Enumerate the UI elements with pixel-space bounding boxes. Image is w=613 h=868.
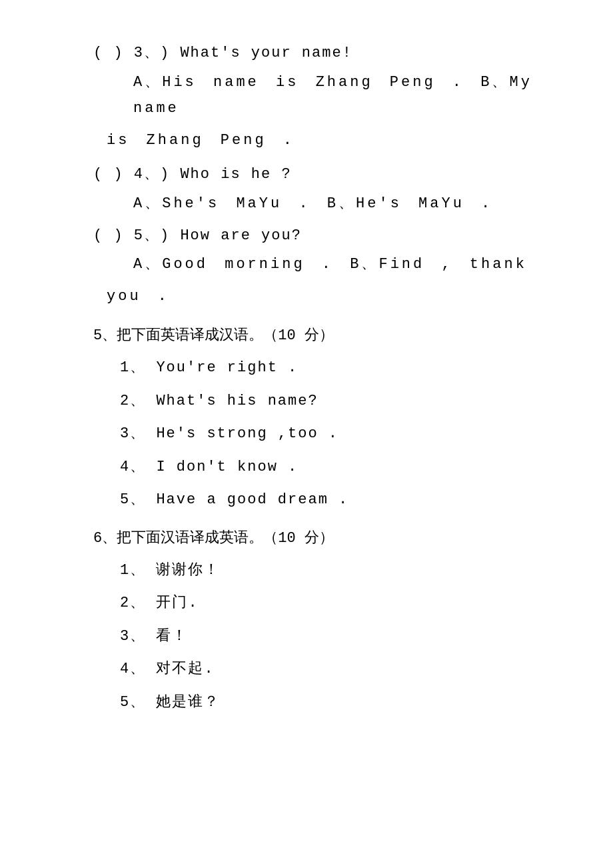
question-3-line: ( ) 3、) What's your name! [93,40,560,67]
question-4-answer-a: A、She's MaYu . B、He's MaYu . [133,191,560,217]
question-5-section: ( ) 5、) How are you? A、Good morning . B、… [93,223,560,310]
section-6-header: 6、把下面汉语译成英语。（10 分） [93,525,560,552]
section-6: 6、把下面汉语译成英语。（10 分） 1、 谢谢你！2、 开门.3、 看！4、 … [93,525,560,716]
question-5-text: ( ) 5、) How are you? [93,223,302,249]
question-4-line: ( ) 4、) Who is he ? [93,161,560,188]
question-3-answer-a-cont: is Zhang Peng . [107,127,560,154]
question-5-answer-a: A、Good morning . B、Find , thank [133,251,560,278]
question-5-line: ( ) 5、) How are you? [93,223,560,249]
section-5-item-4: 4、 I don't know . [120,454,560,481]
section-5-item-2: 2、 What's his name? [120,388,560,415]
question-3-section: ( ) 3、) What's your name! A、His name is … [93,40,560,153]
section-5-item-3: 3、 He's strong ,too . [120,421,560,447]
section-6-item-2: 2、 开门. [120,590,560,617]
question-5-answer-a-text: A、Good morning . B、Find , thank [133,251,527,278]
section-6-items: 1、 谢谢你！2、 开门.3、 看！4、 对不起.5、 她是谁？ [93,557,560,716]
question-4-section: ( ) 4、) Who is he ? A、She's MaYu . B、He'… [93,161,560,217]
section-6-item-1: 1、 谢谢你！ [120,557,560,584]
section-5-header: 5、把下面英语译成汉语。（10 分） [93,323,560,349]
question-3-answer-a-cont-text: is Zhang Peng . [107,132,295,149]
question-5-answer-a-cont: you . [107,283,560,310]
section-6-item-3: 3、 看！ [120,623,560,650]
question-3-text: ( ) 3、) What's your name! [93,40,352,67]
question-3-answer-a: A、His name is Zhang Peng . B、My name [133,69,560,122]
section-5-item-5: 5、 Have a good dream . [120,487,560,513]
question-4-text: ( ) 4、) Who is he ? [93,161,292,188]
question-3-answer-a-text: A、His name is Zhang Peng . B、My name [133,69,560,122]
section-5-item-1: 1、 You're right . [120,355,560,381]
section-5: 5、把下面英语译成汉语。（10 分） 1、 You're right .2、 W… [93,323,560,513]
section-6-item-4: 4、 对不起. [120,656,560,683]
section-6-item-5: 5、 她是谁？ [120,689,560,716]
question-5-answer-a-cont-text: you . [107,288,169,305]
question-4-answer-a-text: A、She's MaYu . B、He's MaYu . [133,191,492,217]
section-5-items: 1、 You're right .2、 What's his name?3、 H… [93,355,560,513]
